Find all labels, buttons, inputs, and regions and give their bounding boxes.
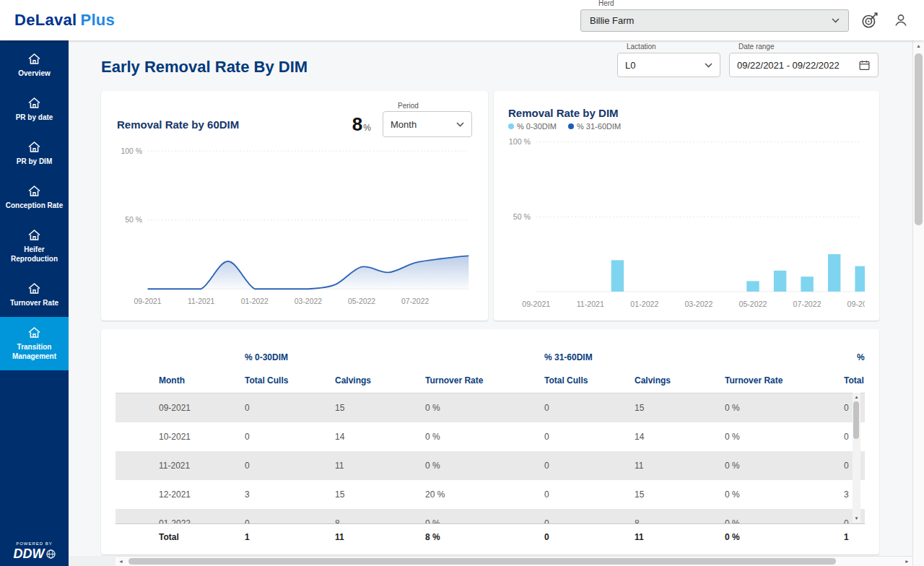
- scroll-down-icon[interactable]: ▼: [855, 515, 859, 521]
- topbar-actions: Herd Billie Farm: [580, 9, 911, 32]
- sidebar-item-label: PR by DIM: [17, 157, 52, 166]
- charts-row: Removal Rate by 60DIM 8% Period Month 10…: [101, 91, 879, 321]
- svg-text:50 %: 50 %: [125, 216, 142, 224]
- scroll-up-icon[interactable]: ▲: [916, 43, 921, 49]
- legend-item[interactable]: % 0-30DIM: [508, 122, 557, 131]
- table-vertical-scrollbar[interactable]: ▲ ▼: [853, 393, 860, 523]
- legend-dot: [508, 123, 514, 129]
- ddw-logo: DDW: [14, 547, 56, 562]
- svg-text:05-2022: 05-2022: [738, 300, 767, 308]
- legend-item[interactable]: % 31-60DIM: [568, 122, 621, 131]
- legend-dot: [568, 123, 574, 129]
- chevron-down-icon: [705, 63, 712, 68]
- home-icon: [27, 229, 41, 241]
- table-scrollbar-thumb[interactable]: [853, 401, 859, 439]
- column-header: Calvings: [332, 368, 422, 393]
- sidebar: OverviewPR by datePR by DIMConception Ra…: [0, 40, 69, 566]
- sidebar-footer: POWERED BY DDW: [0, 541, 69, 562]
- scrollbar-corner: [912, 556, 924, 566]
- scroll-up-icon[interactable]: ▲: [855, 394, 859, 400]
- home-icon: [27, 141, 41, 153]
- line-chart-title: Removal Rate by 60DIM: [117, 118, 239, 131]
- user-icon[interactable]: [891, 10, 911, 30]
- period-value: Month: [391, 119, 417, 130]
- column-group-header: % 0-60DIM: [841, 347, 865, 368]
- calendar-icon: [858, 59, 871, 71]
- sidebar-nav: OverviewPR by datePR by DIMConception Ra…: [0, 43, 69, 370]
- sidebar-item-heifer-reproduction[interactable]: Heifer Reproduction: [0, 219, 69, 273]
- table-total-row: Total1118 %0110 %1118 %: [116, 523, 865, 551]
- sidebar-item-label: Transition Management: [2, 342, 66, 361]
- page-title: Early Removal Rate By DIM: [101, 58, 308, 77]
- removal-rate-by-dim-card: Removal Rate by DIM % 0-30DIM% 31-60DIM …: [494, 91, 879, 321]
- sidebar-item-label: Heifer Reproduction: [2, 245, 66, 264]
- svg-text:09-2021: 09-2021: [134, 297, 162, 305]
- filters: Lactation L0 Date range 09/22/2021 - 09/…: [617, 53, 879, 77]
- sidebar-item-overview[interactable]: Overview: [0, 43, 69, 87]
- svg-text:09-2022: 09-2022: [847, 300, 865, 308]
- svg-text:100 %: 100 %: [509, 137, 531, 146]
- svg-text:100 %: 100 %: [121, 147, 142, 155]
- period-select[interactable]: Period Month: [383, 111, 472, 137]
- page-scrollbar-thumb[interactable]: [915, 53, 923, 225]
- herd-value: Billie Farm: [590, 15, 634, 26]
- svg-text:07-2022: 07-2022: [401, 297, 429, 305]
- page-horizontal-scrollbar[interactable]: ◄ ►: [116, 556, 912, 566]
- home-icon: [27, 326, 41, 339]
- sidebar-item-pr-by-date[interactable]: PR by date: [0, 87, 69, 131]
- monthly-table-card: % 0-30DIM% 31-60DIM% 0-60DIMMonthTotal C…: [101, 329, 879, 554]
- column-header: Month: [116, 368, 242, 393]
- svg-text:05-2022: 05-2022: [348, 297, 375, 305]
- logo-plus: Plus: [80, 11, 115, 29]
- line-chart: 100 %50 %09-202111-202101-202203-202205-…: [117, 140, 472, 312]
- chevron-down-icon: [456, 122, 464, 127]
- page-vertical-scrollbar[interactable]: ▲ ▼: [912, 40, 924, 566]
- main-content: Lactation L0 Date range 09/22/2021 - 09/…: [69, 40, 912, 556]
- lactation-value: L0: [625, 60, 635, 71]
- svg-text:11-2021: 11-2021: [577, 300, 604, 308]
- scroll-right-icon[interactable]: ►: [905, 559, 910, 565]
- table-total: Total1118 %0110 %1118 %: [116, 523, 865, 552]
- sidebar-item-turnover-rate[interactable]: Turnover Rate: [0, 273, 69, 317]
- scroll-left-icon[interactable]: ◄: [118, 559, 123, 565]
- bar-chart: 100 %50 %09-202111-202101-202203-202205-…: [508, 134, 865, 314]
- globe-icon: [46, 549, 56, 559]
- sidebar-item-transition-management[interactable]: Transition Management: [0, 317, 69, 370]
- table-clip: % 0-30DIM% 31-60DIM% 0-60DIMMonthTotal C…: [116, 347, 865, 551]
- home-icon: [27, 282, 41, 295]
- home-icon: [27, 185, 41, 197]
- page-hscrollbar-thumb[interactable]: [128, 558, 836, 565]
- logo-delaval: DeLaval: [14, 11, 77, 29]
- svg-text:03-2022: 03-2022: [684, 300, 712, 308]
- lactation-select[interactable]: Lactation L0: [617, 53, 720, 77]
- sidebar-item-label: Conception Rate: [6, 201, 63, 210]
- date-range-value: 09/22/2021 - 09/22/2022: [737, 60, 840, 71]
- svg-text:01-2022: 01-2022: [630, 300, 658, 308]
- svg-text:09-2021: 09-2021: [522, 300, 550, 308]
- svg-text:01-2022: 01-2022: [241, 297, 269, 305]
- bar-chart-title: Removal Rate by DIM: [508, 107, 865, 119]
- column-header: Turnover Rate: [722, 368, 841, 393]
- removal-rate-by-60dim-card: Removal Rate by 60DIM 8% Period Month 10…: [101, 91, 488, 321]
- table-row: 12-202131520 %0150 %31520 %: [116, 480, 865, 509]
- svg-text:50 %: 50 %: [513, 212, 531, 221]
- removal-rate-value: 8%: [352, 113, 371, 136]
- target-icon[interactable]: [860, 10, 880, 30]
- column-header: Calvings: [632, 368, 722, 393]
- date-range-label: Date range: [738, 43, 774, 51]
- chevron-down-icon: [832, 18, 840, 23]
- period-label: Period: [398, 102, 419, 110]
- legend-label: % 31-60DIM: [577, 122, 621, 131]
- date-range-picker[interactable]: Date range 09/22/2021 - 09/22/2022: [729, 53, 879, 77]
- table-row: 01-2022080 %080 %080 %: [116, 509, 865, 523]
- table-row: 09-20210150 %0150 %0150 %: [116, 393, 865, 422]
- column-header: Total Culls: [242, 368, 332, 393]
- table-body[interactable]: 09-20210150 %0150 %0150 %10-20210140 %01…: [116, 393, 865, 523]
- column-header: Turnover Rate: [422, 368, 541, 393]
- svg-text:07-2022: 07-2022: [793, 300, 821, 308]
- sidebar-item-pr-by-dim[interactable]: PR by DIM: [0, 131, 69, 175]
- herd-select[interactable]: Herd Billie Farm: [580, 9, 849, 32]
- table-header: % 0-30DIM% 31-60DIM% 0-60DIMMonthTotal C…: [116, 347, 865, 393]
- home-icon: [27, 97, 41, 109]
- sidebar-item-conception-rate[interactable]: Conception Rate: [0, 175, 69, 219]
